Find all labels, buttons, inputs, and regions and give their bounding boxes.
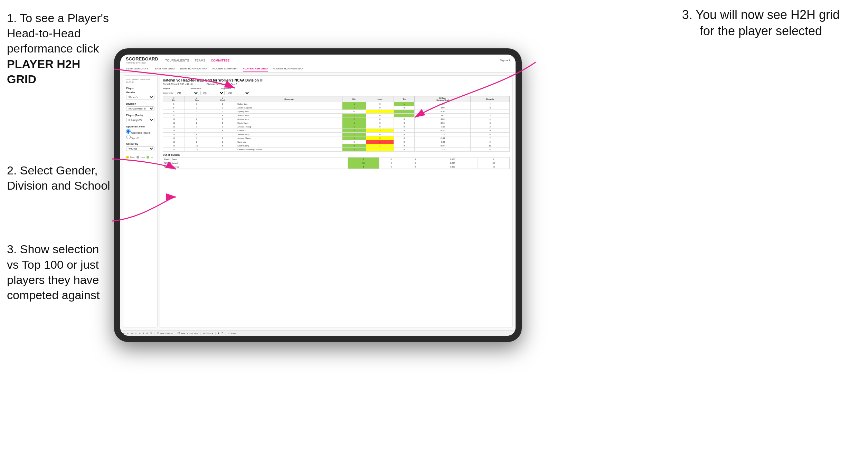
overall-record: Overall Record: 353 - 34 - 6 [163, 83, 192, 85]
opponent-filter-select[interactable]: (All) [226, 91, 250, 95]
col-diff: Diff AvStrokes/Rnd [415, 96, 471, 102]
timestamp: Last Updated: 27/03/2024 16:55:38 [126, 78, 154, 84]
sign-out[interactable]: Sign out [500, 59, 510, 62]
col-opponent: Opponent [236, 96, 342, 102]
sub-nav-team-h2h-grid[interactable]: TEAM H2H GRID [153, 67, 175, 72]
instruction-2: 2. Select Gender, Division and School [7, 163, 111, 193]
player-rank-label: Player (Rank) [126, 114, 154, 117]
sub-nav-player-summary[interactable]: PLAYER SUMMARY [213, 67, 238, 72]
col-div: #Div [163, 96, 185, 102]
opponent-view-label: Opponent view [126, 125, 154, 128]
table-row: 9 1 4 Sharon Mun 1 0 1 3.67 3 [163, 113, 510, 117]
view-original-btn[interactable]: 📋 View: Original [157, 332, 173, 334]
sub-nav-player-h2h-grid[interactable]: PLAYER H2H GRID [243, 67, 268, 72]
col-tie: Tie [394, 96, 415, 102]
colour-level-label: Level [141, 156, 145, 158]
col-loss: Loss [366, 96, 394, 102]
filter-headers: Region Conference Opponent [163, 87, 510, 89]
table-row: 6 3 3 Sydney Kuo 0 1 1 -1.00 [163, 109, 510, 113]
out-of-division-row: Foreign Team 1 0 0 4.500 2 [163, 157, 510, 161]
table-row: 11 2 5 Heejo Hyun 1 0 0 3.33 3 [163, 121, 510, 125]
division-select[interactable]: NCAA Division III [126, 106, 154, 111]
share-btn[interactable]: ↗ Share [228, 332, 236, 334]
toolbar-sep2: | [175, 332, 176, 335]
colour-up-label: Up [151, 156, 153, 158]
nav-bar: SCOREBOARD Powered by clippd TOURNAMENTS… [120, 55, 516, 73]
gender-select[interactable]: Women's [126, 95, 154, 99]
instruction-1: 1. To see a Player's Head-to-Head perfor… [7, 10, 111, 87]
watch-btn[interactable]: 👁 Watch ▾ [203, 332, 213, 334]
tablet-device: SCOREBOARD Powered by clippd TOURNAMENTS… [114, 48, 522, 342]
toolbar-sep4: | [215, 332, 216, 335]
table-row: 13 1 1 Jessica Huang 1 0 0 -3.00 2 [163, 125, 510, 128]
radio-top100[interactable] [126, 135, 131, 139]
table-row: 16 1 3 Jessica Mason 1 2 0 -0.94 7 [163, 136, 510, 140]
grid-title: Katelyn Vo Head-to-Head Grid for Women's… [163, 78, 510, 82]
division-record: Division Record: 331 - 34 - 6 [206, 83, 237, 85]
forward-btn[interactable]: → [135, 332, 137, 334]
instruction-3-left: 3. Show selection vs Top 100 or just pla… [7, 241, 111, 303]
gender-label: Gender [126, 91, 154, 94]
colour-level-dot [136, 156, 139, 159]
sub-nav-team-summary[interactable]: TEAM SUMMARY [126, 67, 148, 72]
toolbar-sep5: | [225, 332, 226, 335]
out-of-division-row: NCAA Division 2 5 0 0 7.400 10 [163, 165, 510, 169]
player-rank-select[interactable]: 8. Katelyn Vo [126, 118, 154, 122]
logo: SCOREBOARD Powered by clippd [126, 57, 158, 64]
table-row: 14 7 4 Eunice Yi 2 2 0 0.38 9 [163, 128, 510, 132]
instruction-3-right: 3. You will now see H2H grid for the pla… [674, 7, 847, 39]
clock-btn[interactable]: ⏱ [150, 332, 152, 334]
left-instructions: 1. To see a Player's Head-to-Head perfor… [0, 0, 117, 323]
opponents-filter-row: Opponents: (All) (All) (All) [163, 91, 510, 95]
nav-committee[interactable]: COMMITTEE [211, 59, 229, 62]
toolbar-sep3: | [200, 332, 201, 335]
download-btn[interactable]: ⬇ [218, 332, 219, 334]
out-of-division-row: NAIA Division 1 15 0 0 9.267 30 [163, 161, 510, 165]
main-content: Last Updated: 27/03/2024 16:55:38 Player… [120, 73, 516, 330]
colour-up-dot [147, 156, 149, 159]
cut-btn[interactable]: ✂ [139, 332, 141, 334]
undo-btn[interactable]: ↩ [123, 332, 125, 334]
col-conf: #Conf [209, 96, 236, 102]
table-row: 10 6 3 Andrea York 2 0 0 4.00 4 [163, 117, 510, 121]
out-of-division-header: Out of division [163, 154, 510, 156]
refresh-btn[interactable]: ↺ [146, 332, 148, 334]
radio-group: Opponents Played Top 100 [126, 129, 154, 140]
colour-legend: Down Level Up [126, 156, 154, 159]
copy-btn[interactable]: ⎘ [143, 332, 144, 334]
col-reg: #Reg [185, 96, 209, 102]
radio-opponents-played[interactable] [126, 129, 131, 134]
sub-nav-team-h2h-heatmap[interactable]: TEAM H2H HEATMAP [180, 67, 208, 72]
conference-select[interactable]: (All) [200, 91, 225, 95]
table-row: 15 8 5 Stella Cheng 1 0 0 1.25 4 [163, 132, 510, 136]
colour-down-dot [126, 156, 129, 159]
menu-btn[interactable]: ☰ [221, 332, 223, 334]
nav-tournaments[interactable]: TOURNAMENTS [165, 59, 189, 62]
nav-links: TOURNAMENTS TEAMS COMMITTEE [165, 59, 229, 62]
col-rounds: Rounds [471, 96, 510, 102]
colour-by-label: Colour by [126, 142, 154, 145]
table-row: 5 2 2 Alexis Sudjianto 1 0 0 4.00 3 [163, 106, 510, 109]
colour-down-label: Down [130, 156, 135, 158]
table-row: 3 1 1 Esther Lee 1 0 1 1.50 4 [163, 102, 510, 106]
toolbar-sep1: | [154, 332, 155, 335]
toolbar: ↩ ← ↪ → ✂ ⎘ ↺ ⏱ | 📋 View: Original | 💾 S… [120, 330, 516, 336]
division-label: Division [126, 102, 154, 105]
opponents-select[interactable]: (All) [175, 91, 199, 95]
back-btn[interactable]: ← [127, 332, 129, 334]
save-custom-view-btn[interactable]: 💾 Save Custom View [178, 332, 198, 334]
table-row: 20 11 7 Federica Domecq Lacroze 2 1 0 1.… [163, 147, 510, 151]
table-row: 18 2 2 Euna Lee 0 1 0 -5.00 2 [163, 140, 510, 144]
col-win: Win [342, 96, 366, 102]
colour-by-select[interactable]: Win/loss [126, 146, 154, 151]
nav-teams[interactable]: TEAMS [195, 59, 205, 62]
sub-nav-player-h2h-heatmap[interactable]: PLAYER H2H HEATMAP [273, 67, 304, 72]
out-of-division-table: Foreign Team 1 0 0 4.500 2 NAIA Division… [163, 157, 510, 169]
sub-nav: TEAM SUMMARY TEAM H2H GRID TEAM H2H HEAT… [126, 66, 510, 72]
table-row: 19 10 6 Emily Chang 4 1 0 0.30 11 [163, 144, 510, 147]
player-label: Player [126, 87, 154, 90]
right-panel: Katelyn Vo Head-to-Head Grid for Women's… [160, 75, 513, 327]
tablet-screen: SCOREBOARD Powered by clippd TOURNAMENTS… [120, 55, 516, 336]
redo-btn[interactable]: ↪ [131, 332, 133, 334]
left-panel: Last Updated: 27/03/2024 16:55:38 Player… [123, 75, 158, 327]
